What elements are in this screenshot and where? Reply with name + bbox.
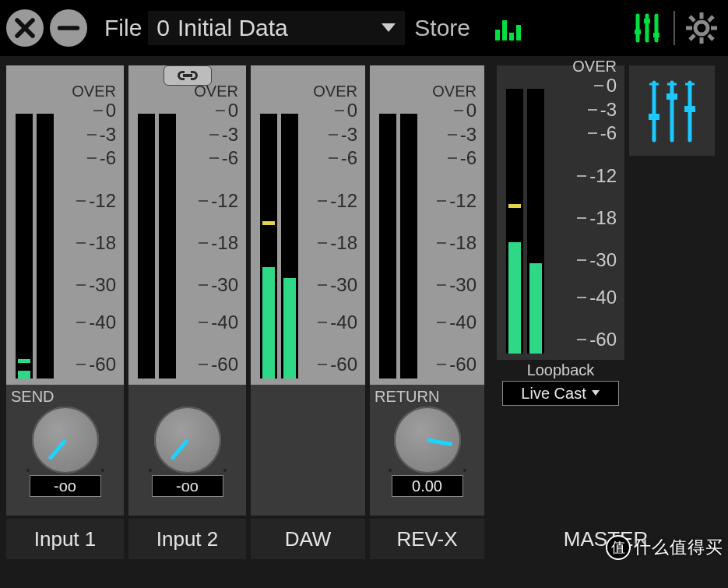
meter-bar-right bbox=[527, 89, 544, 354]
preset-selector[interactable]: 0 Initial Data bbox=[148, 11, 405, 45]
meter-bar-left bbox=[506, 89, 523, 354]
svg-rect-8 bbox=[644, 19, 650, 23]
svg-rect-7 bbox=[635, 30, 641, 34]
knob-panel-revx: RETURN 0.00 bbox=[370, 385, 484, 516]
svg-line-17 bbox=[709, 16, 713, 21]
channel-label-daw[interactable]: DAW bbox=[251, 519, 365, 559]
master-column: OVER 0-3-6-12-18-30-40-60 Loopback Live … bbox=[491, 56, 721, 559]
return-knob-revx[interactable] bbox=[394, 407, 461, 474]
return-value[interactable]: 0.00 bbox=[392, 475, 463, 497]
settings-button[interactable] bbox=[681, 8, 722, 48]
meter-bar-right bbox=[159, 114, 176, 379]
meters-view-button[interactable] bbox=[487, 8, 528, 48]
minimize-button[interactable] bbox=[50, 9, 87, 47]
minus-icon bbox=[55, 15, 82, 41]
meter-bar-right bbox=[281, 114, 298, 379]
channel-meters: OVER 0-3-6-12-18-30-40-60 OVER 0-3-6- bbox=[0, 56, 491, 385]
svg-rect-23 bbox=[666, 93, 677, 100]
svg-rect-0 bbox=[495, 30, 500, 40]
svg-rect-22 bbox=[649, 114, 659, 120]
svg-line-15 bbox=[690, 16, 695, 21]
meter-panel-input2: OVER 0-3-6-12-18-30-40-60 bbox=[128, 65, 246, 385]
separator bbox=[673, 11, 675, 45]
knob-panel-daw bbox=[251, 385, 365, 516]
meter-bar-right bbox=[37, 114, 54, 379]
meter-scale: OVER 0-3-6-12-18-30-40-60 bbox=[58, 100, 119, 364]
preset-index: 0 bbox=[157, 15, 170, 41]
meter-panel-master: OVER 0-3-6-12-18-30-40-60 bbox=[497, 65, 624, 360]
send-knob-input2[interactable] bbox=[154, 407, 221, 474]
meter-scale: OVER 0-3-6-12-18-30-40-60 bbox=[422, 100, 480, 364]
send-value[interactable]: -oo bbox=[30, 475, 101, 497]
meter-scale: OVER 0-3-6-12-18-30-40-60 bbox=[549, 75, 620, 340]
meter-panel-revx: OVER 0-3-6-12-18-30-40-60 bbox=[370, 65, 484, 385]
svg-rect-2 bbox=[509, 33, 514, 40]
channel-label-revx[interactable]: REV-X bbox=[370, 519, 484, 559]
knob-label bbox=[133, 388, 241, 405]
channel-labels: Input 1 Input 2 DAW REV-X bbox=[0, 516, 491, 559]
meter-bar-left bbox=[379, 114, 396, 379]
meter-bar-left bbox=[260, 114, 277, 379]
close-icon bbox=[12, 15, 38, 41]
preset-name: Initial Data bbox=[178, 15, 288, 41]
svg-point-10 bbox=[695, 22, 708, 34]
chevron-down-icon bbox=[381, 23, 396, 33]
meter-panel-input1: OVER 0-3-6-12-18-30-40-60 bbox=[6, 65, 124, 385]
meter-scale: OVER 0-3-6-12-18-30-40-60 bbox=[303, 100, 360, 364]
svg-line-16 bbox=[709, 35, 713, 40]
watermark: 值什么值得买 bbox=[606, 535, 723, 560]
svg-rect-1 bbox=[502, 20, 507, 40]
meter-bar-left bbox=[16, 114, 33, 379]
knob-label: RETURN bbox=[375, 388, 480, 405]
knob-panel-input1: SEND -oo bbox=[6, 385, 124, 516]
send-value[interactable]: -oo bbox=[152, 475, 223, 497]
close-button[interactable] bbox=[6, 9, 44, 47]
svg-line-18 bbox=[690, 35, 695, 40]
meter-bar-right bbox=[400, 114, 417, 379]
send-knob-input1[interactable] bbox=[32, 407, 99, 474]
gear-icon bbox=[684, 11, 719, 45]
knob-row: SEND -oo -oo RETURN 0.00 bbox=[0, 385, 491, 516]
svg-rect-24 bbox=[684, 106, 695, 112]
svg-rect-9 bbox=[653, 33, 659, 37]
master-faders-button[interactable] bbox=[629, 65, 715, 156]
bars-icon bbox=[492, 12, 523, 44]
file-label: File bbox=[104, 15, 142, 41]
meter-panel-daw: OVER 0-3-6-12-18-30-40-60 bbox=[251, 65, 365, 385]
channel-label-input2[interactable]: Input 2 bbox=[128, 519, 246, 559]
svg-rect-3 bbox=[516, 25, 521, 40]
channel-label-input1[interactable]: Input 1 bbox=[6, 519, 124, 559]
sliders-icon bbox=[630, 11, 664, 45]
knob-panel-input2: -oo bbox=[128, 385, 246, 516]
loopback-label: Loopback bbox=[497, 361, 624, 379]
meter-bar-left bbox=[138, 114, 155, 379]
topbar: File 0 Initial Data Store bbox=[0, 0, 728, 56]
store-button[interactable]: Store bbox=[414, 15, 470, 41]
faders-icon bbox=[645, 76, 699, 146]
knob-label: SEND bbox=[11, 388, 119, 405]
meter-scale: OVER 0-3-6-12-18-30-40-60 bbox=[181, 100, 241, 364]
mixer-view-button[interactable] bbox=[627, 8, 667, 48]
